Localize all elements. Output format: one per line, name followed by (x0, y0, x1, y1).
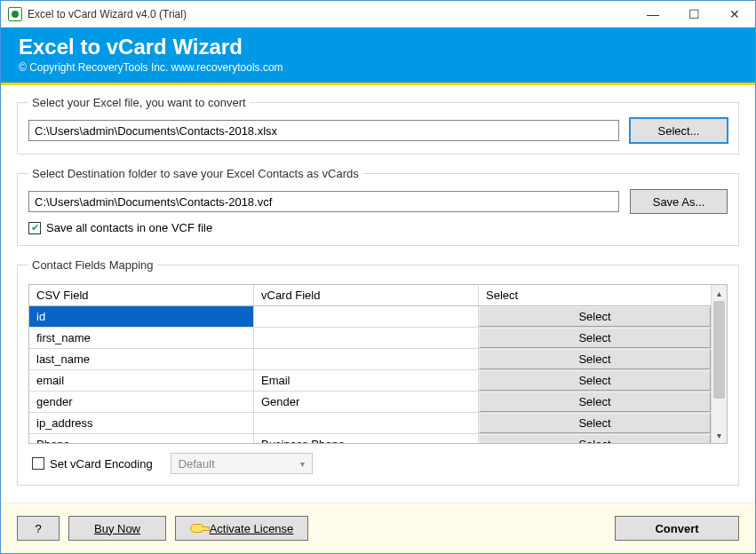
destination-group: Select Destination folder to save your E… (17, 167, 739, 246)
select-mapping-button[interactable]: Select (479, 349, 711, 369)
vcard-field-cell (254, 413, 479, 433)
scroll-down-icon[interactable]: ▾ (712, 427, 727, 443)
vcard-field-cell (254, 328, 479, 348)
source-group: Select your Excel file, you want to conv… (17, 96, 739, 154)
table-row[interactable]: first_nameSelect (29, 328, 711, 349)
window-controls: — ☐ ✕ (633, 1, 755, 27)
table-scrollbar[interactable]: ▴ ▾ (711, 285, 727, 443)
app-heading: Excel to vCard Wizard (19, 35, 737, 59)
app-copyright: © Copyright RecoveryTools Inc. www.recov… (19, 61, 737, 74)
encoding-value: Default (179, 457, 215, 471)
mapping-group: Contact Fields Mapping CSV Field vCard F… (17, 258, 739, 486)
source-path-input[interactable] (28, 120, 619, 141)
titlebar: Excel to vCard Wizard v4.0 (Trial) — ☐ ✕ (1, 1, 755, 28)
csv-field-cell: ip_address (29, 413, 254, 433)
destination-legend: Select Destination folder to save your E… (28, 167, 362, 180)
csv-field-cell: email (29, 370, 254, 391)
close-button[interactable]: ✕ (714, 1, 755, 27)
encoding-combo[interactable]: Default ▾ (171, 453, 313, 474)
table-header-row: CSV Field vCard Field Select (29, 285, 711, 306)
mapping-table: CSV Field vCard Field Select idSelectfir… (28, 284, 728, 444)
csv-field-cell: gender (29, 392, 254, 412)
source-legend: Select your Excel file, you want to conv… (28, 96, 250, 109)
vcard-field-cell (254, 349, 479, 369)
destination-path-input[interactable] (28, 191, 619, 212)
select-mapping-button[interactable]: Select (479, 413, 711, 433)
mapping-legend: Contact Fields Mapping (28, 258, 157, 272)
chevron-down-icon: ▾ (300, 459, 305, 469)
table-row[interactable]: idSelect (29, 306, 711, 328)
select-source-button[interactable]: Select... (630, 118, 728, 143)
vcard-field-cell (254, 306, 479, 327)
header-csv-field[interactable]: CSV Field (29, 285, 254, 305)
vcard-field-cell: Business Phone (254, 434, 479, 443)
vcard-field-cell: Gender (254, 392, 479, 412)
csv-field-cell: first_name (29, 328, 254, 348)
help-button[interactable]: ? (17, 516, 60, 541)
scroll-up-icon[interactable]: ▴ (712, 285, 727, 301)
header-select[interactable]: Select (479, 285, 711, 305)
table-row[interactable]: emailEmailSelect (29, 370, 711, 392)
table-row[interactable]: ip_addressSelect (29, 413, 711, 434)
select-mapping-button[interactable]: Select (479, 306, 711, 327)
activate-license-button[interactable]: Activate License (175, 516, 308, 541)
csv-field-cell: last_name (29, 349, 254, 369)
encoding-checkbox[interactable]: ✔ (32, 457, 44, 470)
encoding-label: Set vCard Encoding (50, 457, 153, 471)
one-vcf-checkbox[interactable]: ✔ (28, 222, 41, 234)
convert-button[interactable]: Convert (615, 516, 739, 541)
table-row[interactable]: PhoneBusiness PhoneSelect (29, 434, 711, 443)
buy-now-button[interactable]: Buy Now (68, 516, 166, 541)
select-mapping-button[interactable]: Select (479, 328, 711, 348)
select-mapping-button[interactable]: Select (479, 434, 711, 443)
one-vcf-label: Save all contacts in one VCF file (46, 221, 212, 234)
header-vcard-field[interactable]: vCard Field (254, 285, 479, 305)
save-as-button[interactable]: Save As... (630, 189, 728, 214)
select-mapping-button[interactable]: Select (479, 392, 711, 412)
maximize-button[interactable]: ☐ (673, 1, 714, 27)
window-title: Excel to vCard Wizard v4.0 (Trial) (28, 8, 633, 20)
bottom-bar: ? Buy Now Activate License Convert (1, 503, 755, 553)
select-mapping-button[interactable]: Select (479, 370, 711, 391)
vcard-field-cell: Email (254, 370, 479, 391)
csv-field-cell: Phone (29, 434, 254, 443)
app-icon (8, 7, 22, 21)
key-icon (190, 524, 204, 533)
table-row[interactable]: genderGenderSelect (29, 392, 711, 413)
minimize-button[interactable]: — (633, 1, 673, 27)
scroll-thumb[interactable] (713, 301, 725, 399)
app-banner: Excel to vCard Wizard © Copyright Recove… (1, 28, 755, 85)
table-row[interactable]: last_nameSelect (29, 349, 711, 370)
csv-field-cell: id (29, 306, 254, 327)
